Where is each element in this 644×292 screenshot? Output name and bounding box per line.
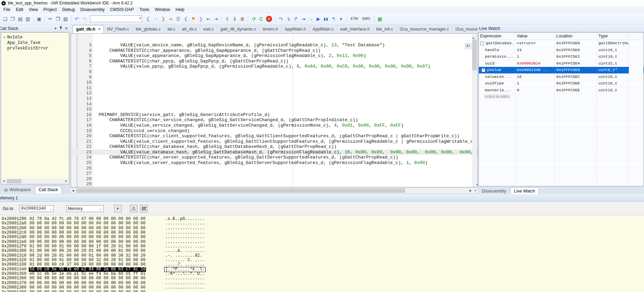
memory-columns-dropdown[interactable]: ▼ — [114, 205, 122, 212]
go-icon[interactable]: ▶ — [315, 15, 322, 23]
code-line[interactable]: 23 VALUE(value_database_hash, gBleSig_Ga… — [71, 150, 477, 155]
next-statement-icon[interactable]: ⇥ — [300, 15, 307, 23]
chevron-down-icon[interactable]: ▾ — [139, 16, 141, 20]
editor-tab-ble-globals-c[interactable]: ble_globals.c — [133, 25, 164, 33]
power-log-icon[interactable]: ▦ — [376, 15, 383, 23]
code-line[interactable]: 28 — [71, 176, 477, 182]
watch-row-handle[interactable]: handle230x1FFFC5E0uint16_t — [479, 47, 644, 54]
chevron-down-icon[interactable]: ⌄ — [99, 207, 102, 210]
watch-add-row[interactable]: <click to add> — [479, 94, 644, 101]
watch-row-pValue[interactable]: +pValue0x20001340 ...0x1FFFC5E8uint8_t* — [479, 67, 644, 74]
call-stack-hscrollbar[interactable]: ◀ ▶ — [1, 179, 69, 184]
column-header-value[interactable]: Value — [515, 33, 555, 40]
run-to-cursor-icon[interactable]: → — [307, 15, 314, 23]
memory-row[interactable]: 0x2000132001 00 00 00 01 00 00 00 60 32 … — [0, 258, 644, 262]
editor-tab-nv-flash-c[interactable]: NV_Flash.c — [104, 25, 133, 33]
menu-window[interactable]: Window — [152, 7, 173, 13]
goto-icon[interactable]: ➜ — [167, 15, 174, 23]
code-line[interactable]: 7 VALUE(value_ppcp, gBleSig_GapPpcp_d, (… — [71, 64, 477, 69]
memory-row[interactable]: 0x200012a000 00 00 00 00 00 00 00 00 00 … — [0, 221, 644, 226]
etm-button[interactable]: ETM — [349, 15, 360, 22]
editor-tab-gatt-db-dynamic-c[interactable]: gatt_db_dynamic.c — [217, 25, 260, 33]
column-header-expression[interactable]: Expression — [479, 33, 515, 40]
editor-tab-ble-init-c[interactable]: ble_init.c — [373, 25, 397, 33]
reset-target-icon[interactable]: ↰ — [330, 15, 337, 23]
live-update-icon[interactable] — [140, 205, 148, 212]
code-line[interactable]: 18 VALUE(value_service_changed, gBleSig_… — [71, 123, 477, 128]
click-to-add-label[interactable]: <click to add> — [484, 94, 511, 98]
prev-function-icon[interactable]: ⇤ — [205, 15, 212, 23]
step-over-icon[interactable]: ↷ — [277, 15, 284, 23]
editor-hscrollbar[interactable]: ◀ ▶ ▾ — [71, 188, 478, 193]
chevron-down-icon[interactable]: ▾ — [55, 26, 57, 30]
menu-help[interactable]: Help — [173, 7, 187, 13]
scroll-left-icon[interactable]: ◀ — [71, 188, 75, 193]
scrollbar-thumb[interactable] — [76, 188, 405, 193]
close-icon[interactable]: ✕ — [65, 26, 68, 30]
expand-icon[interactable]: + — [482, 68, 485, 72]
editor-tab-eatt-interface-h[interactable]: eatt_interface.h — [337, 25, 373, 33]
undo-icon[interactable]: ↶ — [73, 15, 80, 23]
column-header-location[interactable]: Location — [555, 33, 597, 40]
next-function-icon[interactable]: ⇥ — [212, 15, 219, 23]
menu-cmsis-dap[interactable]: CMSIS-DAP — [107, 7, 136, 13]
browse-symbol-icon[interactable]: ○ — [152, 15, 159, 23]
stop-debugging-icon[interactable]: ✕ — [266, 16, 272, 22]
call-stack-frame[interactable]: App_Idle_Task — [1, 40, 69, 46]
pin-icon[interactable] — [59, 26, 62, 31]
editor-tab-applmain-c[interactable]: ApplMain.c — [309, 25, 337, 33]
watch-row-permissio-[interactable]: permissio...10x1FFFC5E2uint16_t — [479, 54, 644, 60]
memory-row[interactable]: 0x200012d000 00 00 00 00 00 00 00 00 00 … — [0, 235, 644, 240]
swo-button[interactable]: SWO — [360, 15, 372, 22]
print-icon[interactable]: ▣ — [36, 15, 42, 23]
memory-row[interactable]: 0x2000136000 00 00 00 00 00 00 00 00 00 … — [0, 276, 644, 281]
code-line[interactable]: 24 CHARACTERISTIC(char_server_supported_… — [71, 155, 477, 160]
code-line[interactable]: 6 CHARACTERISTIC(char_ppcp, gBleSig_GapP… — [71, 59, 477, 64]
code-line[interactable]: 22 CHARACTERISTIC(char_database_hash, gB… — [71, 144, 477, 150]
editor-tab-eatt-c[interactable]: eatt.c — [200, 25, 217, 33]
menu-view[interactable]: View — [26, 7, 41, 13]
download-and-debug-icon[interactable]: ⇓ — [231, 15, 238, 23]
editor-tab-gatt-db-h[interactable]: gatt_db.h× — [73, 25, 104, 33]
code-editor[interactable]: 3 VALUE(value_device_name, gBleSig_GapDe… — [71, 33, 478, 187]
redo-icon[interactable]: ↷ — [81, 15, 88, 23]
paste-icon[interactable]: ▨ — [62, 15, 69, 23]
nav-backward-icon[interactable]: ❮ — [145, 15, 151, 23]
code-line[interactable]: 15 — [71, 107, 477, 112]
next-bookmark-icon[interactable]: ❯ — [197, 15, 204, 23]
step-out-icon[interactable]: ↱ — [292, 15, 299, 23]
code-line[interactable]: 13 — [71, 96, 477, 102]
scroll-right-icon[interactable]: ▶ — [64, 179, 69, 184]
watch-row-uuid[interactable]: uuid0x00002B2A0x1FFFC5E4uint32_t — [479, 60, 644, 67]
memory-row[interactable]: 0x20001350e0 1c 4b 5e 1e eb a1 5c ee f4 … — [0, 272, 644, 276]
call-stack-frame[interactable]: prvTaskExitError — [1, 46, 69, 51]
watch-row-gattDatabas-[interactable]: −gattDatabas...<struct>0x1FFFC5E0gattDbA… — [479, 40, 644, 47]
bookmark-icon[interactable]: ⚑ — [190, 15, 197, 23]
watch-row-valueLen-[interactable]: valueLen...160x1FFFC5ECuint16_t — [479, 74, 644, 81]
chevron-down-icon[interactable]: ⌄ — [50, 207, 52, 211]
code-line[interactable]: 19 CCCD(cccd_service_changed) — [71, 128, 477, 134]
tab-disassembly[interactable]: Disassembly — [478, 188, 510, 195]
editor-tab-l2ca-resource-manager-c[interactable]: l2ca_resource_manager.c — [397, 25, 452, 33]
editor-vscrollbar[interactable]: ▲ ▼ — [472, 34, 477, 187]
code-line[interactable]: 16PRIMARY_SERVICE(service_gatt, gBleSig_… — [71, 112, 477, 118]
code-line[interactable]: 14 — [71, 102, 477, 107]
menu-file[interactable]: File — [1, 7, 13, 13]
menu-tools[interactable]: Tools — [137, 7, 152, 13]
prev-bookmark-icon[interactable]: ❮ — [182, 15, 189, 23]
cut-icon[interactable]: ✂ — [47, 15, 54, 23]
memory-hex-dump[interactable]: 0x2000129002 78 0a 42 fc d0 70 47 00 00 … — [0, 215, 644, 292]
collapse-icon[interactable]: − — [480, 42, 484, 45]
memory-row[interactable]: 0x2000131088 2d 00 20 01 00 00 00 01 00 … — [0, 254, 644, 258]
cspy-go-icon[interactable]: C — [258, 15, 265, 23]
watch-row-uuidType[interactable]: uuidType10x1FFFC5EEuint16_t — [479, 80, 644, 87]
code-line[interactable]: 11 — [71, 85, 477, 91]
memory-row[interactable]: 0x2000139000 00 00 00 00 00 00 00 00 00 … — [0, 290, 644, 292]
split-view-icon[interactable]: ▾ — [473, 188, 478, 193]
code-line[interactable]: 26 — [71, 166, 477, 171]
open-document-icon[interactable]: ❐ — [9, 15, 16, 23]
memory-view-combo[interactable]: Memory ⌄ — [66, 205, 104, 212]
memory-address-combo[interactable]: 0x20001340 ⌄ — [20, 205, 54, 212]
code-line[interactable]: 9 — [71, 75, 477, 80]
call-stack-frame[interactable]: ➜NvIdle — [1, 35, 69, 40]
